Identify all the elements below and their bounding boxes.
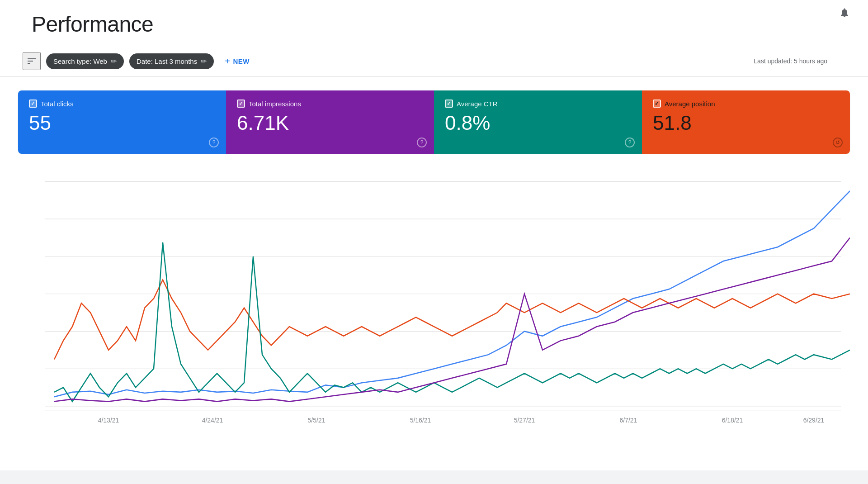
svg-text:5/27/21: 5/27/21 (514, 417, 535, 424)
metric-checkbox-ctr[interactable]: ✓ (445, 100, 453, 108)
page-title: Performance (18, 7, 153, 46)
performance-chart: 4/13/21 4/24/21 5/5/21 5/16/21 5/27/21 6… (18, 163, 850, 434)
metric-value-clicks: 55 (29, 112, 215, 134)
metric-label-clicks: Total clicks (41, 100, 74, 108)
metric-label-ctr: Average CTR (457, 100, 498, 108)
plus-icon: + (225, 56, 230, 66)
chart-container: 4/13/21 4/24/21 5/5/21 5/16/21 5/27/21 6… (18, 154, 850, 461)
date-edit-icon: ✏ (201, 57, 207, 66)
main-content: ✓ Total clicks 55 ? ✓ Total impressions … (0, 77, 868, 470)
metric-card-average-position[interactable]: ✓ Average position 51.8 ↺ (642, 90, 850, 154)
metric-info-clicks[interactable]: ? (209, 138, 219, 147)
metric-checkbox-position[interactable]: ✓ (653, 100, 661, 108)
metric-header-impressions: ✓ Total impressions (237, 100, 423, 108)
toolbar: Search type: Web ✏ Date: Last 3 months ✏… (18, 46, 850, 76)
new-button[interactable]: + NEW (219, 52, 255, 70)
svg-text:6/18/21: 6/18/21 (722, 417, 743, 424)
metric-value-ctr: 0.8% (445, 112, 631, 134)
svg-text:4/24/21: 4/24/21 (202, 417, 223, 424)
svg-text:6/7/21: 6/7/21 (620, 417, 637, 424)
metric-header-ctr: ✓ Average CTR (445, 100, 631, 108)
metric-info-impressions[interactable]: ? (417, 138, 427, 147)
page-wrapper: Performance Search type: Web ✏ (0, 0, 868, 484)
search-type-chip[interactable]: Search type: Web ✏ (46, 53, 124, 69)
svg-text:4/13/21: 4/13/21 (98, 417, 119, 424)
svg-text:6/29/21: 6/29/21 (803, 417, 825, 424)
metric-info-position[interactable]: ↺ (833, 138, 843, 147)
metric-card-total-impressions[interactable]: ✓ Total impressions 6.71K ? (226, 90, 434, 154)
metric-checkbox-clicks[interactable]: ✓ (29, 100, 37, 108)
metric-value-impressions: 6.71K (237, 112, 423, 134)
metric-cards: ✓ Total clicks 55 ? ✓ Total impressions … (18, 90, 850, 154)
search-type-edit-icon: ✏ (111, 57, 117, 66)
svg-text:5/5/21: 5/5/21 (308, 417, 326, 424)
filter-button[interactable] (23, 52, 41, 70)
metric-header-clicks: ✓ Total clicks (29, 100, 215, 108)
metric-label-impressions: Total impressions (249, 100, 301, 108)
svg-text:5/16/21: 5/16/21 (410, 417, 431, 424)
metric-header-position: ✓ Average position (653, 100, 839, 108)
metric-label-position: Average position (665, 100, 715, 108)
metric-card-average-ctr[interactable]: ✓ Average CTR 0.8% ? (434, 90, 642, 154)
metric-value-position: 51.8 (653, 112, 839, 134)
last-updated-text: Last updated: 5 hours ago (754, 57, 827, 65)
metric-checkbox-impressions[interactable]: ✓ (237, 100, 245, 108)
metric-info-ctr[interactable]: ? (625, 138, 635, 147)
top-bar: Performance Search type: Web ✏ (0, 0, 868, 77)
date-chip[interactable]: Date: Last 3 months ✏ (129, 53, 214, 69)
metric-card-total-clicks[interactable]: ✓ Total clicks 55 ? (18, 90, 226, 154)
notification-icon[interactable] (839, 7, 850, 21)
